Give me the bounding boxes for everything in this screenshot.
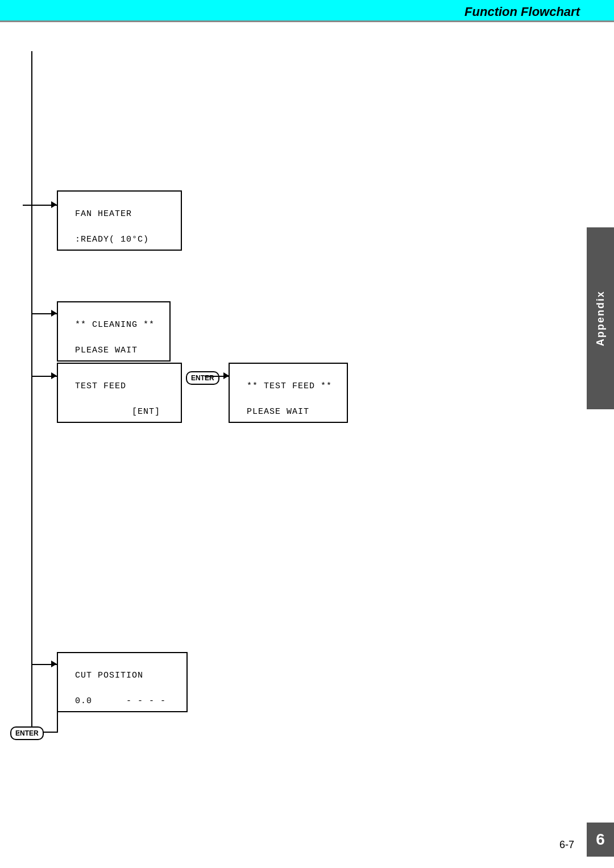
chapter-badge: 6 (587, 823, 614, 857)
vline-cut-pos-down (57, 687, 58, 732)
test-feed-wait-line2: PLEASE WAIT (247, 407, 309, 417)
appendix-tab: Appendix (587, 227, 614, 409)
chapter-number: 6 (596, 830, 605, 849)
cleaning-box: ** CLEANING ** PLEASE WAIT (57, 301, 171, 362)
test-feed-line2: [ENT] (75, 407, 160, 417)
arrowhead-cleaning (51, 310, 57, 317)
arrowhead-fan-heater (51, 201, 57, 208)
page-number: 6-7 (559, 839, 574, 851)
vline-left (31, 51, 32, 733)
arrowhead-cut-position (51, 661, 57, 667)
cleaning-line1: ** CLEANING ** (75, 320, 155, 330)
fan-heater-box: FAN HEATER :READY( 10°C) (57, 190, 182, 251)
enter-test-feed-button[interactable]: ENTER (186, 371, 219, 385)
cut-position-line1: CUT POSITION (75, 671, 143, 680)
arrowhead-test-feed (51, 372, 57, 379)
fan-heater-line2: :READY( 10°C) (75, 235, 149, 244)
test-feed-line1: TEST FEED (75, 381, 126, 391)
page-title: Function Flowchart (464, 5, 580, 19)
test-feed-wait-box: ** TEST FEED ** PLEASE WAIT (229, 363, 348, 423)
vline-enter-up (18, 732, 19, 733)
header-line (0, 20, 614, 22)
cleaning-line2: PLEASE WAIT (75, 346, 138, 355)
cut-position-box: CUT POSITION 0.0 - - - - (57, 652, 188, 712)
test-feed-box: TEST FEED [ENT] (57, 363, 182, 423)
fan-heater-line1: FAN HEATER (75, 209, 132, 219)
enter-cut-position-button[interactable]: ENTER (10, 726, 44, 740)
appendix-label: Appendix (595, 290, 607, 346)
test-feed-wait-line1: ** TEST FEED ** (247, 381, 332, 391)
cut-position-line2: 0.0 - - - - (75, 696, 166, 706)
